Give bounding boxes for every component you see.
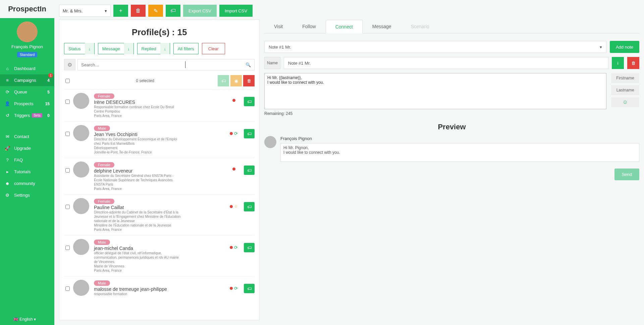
bulk-action-button[interactable]: ◉ <box>230 75 242 86</box>
tag-icon: 🏷 <box>247 99 252 104</box>
profile-tag-button[interactable]: 🏷 <box>244 243 255 252</box>
nav-label: Campaigns <box>14 78 36 83</box>
tag-icon: 🏷 <box>247 245 252 250</box>
tab-visit[interactable]: Visit <box>264 19 292 33</box>
add-note-button[interactable]: Add note <box>610 41 639 53</box>
gender-badge: Female <box>94 162 114 168</box>
user-icon: 👤 <box>5 101 10 106</box>
filter-label: All filters <box>178 46 194 51</box>
send-button[interactable]: Send <box>614 169 639 180</box>
nav-label: FAQ <box>14 157 23 162</box>
profile-avatar <box>73 198 89 214</box>
tab-connect[interactable]: Connect <box>326 20 363 34</box>
profile-checkbox[interactable] <box>65 205 70 209</box>
profile-tag-button[interactable]: 🏷 <box>244 284 255 293</box>
profile-avatar <box>73 161 89 178</box>
language-selector[interactable]: 🇬🇧 English ▾ <box>0 314 54 325</box>
filter-label: Replied <box>142 46 156 51</box>
gender-badge: Male <box>94 280 110 286</box>
profile-tag-button[interactable]: 🏷 <box>244 202 255 211</box>
chevron-down-icon: ▾ <box>105 8 107 13</box>
profile-checkbox[interactable] <box>65 286 70 291</box>
profile-row[interactable]: FemalePauline CaillatDirectrice-adjointe… <box>64 194 255 235</box>
profile-row[interactable]: Malemalosse de tremeuge jean-philipperes… <box>64 276 255 300</box>
nav-triggers[interactable]: ↺TriggersBeta0 <box>0 110 54 121</box>
smile-icon: ☺ <box>623 99 628 105</box>
profile-row[interactable]: Femaledelphine LeveneurAssistante du Sec… <box>64 158 255 194</box>
status-dot-icon <box>232 168 235 171</box>
profile-checkbox[interactable] <box>65 168 70 173</box>
insert-lastname-button[interactable]: Lastname <box>611 85 639 95</box>
star-icon: ☆ <box>234 204 238 209</box>
filter-status[interactable]: Status↓ <box>64 43 95 54</box>
gender-badge: Male <box>94 126 110 131</box>
nav-faq[interactable]: ?FAQ <box>0 154 54 166</box>
select-all-checkbox[interactable] <box>65 79 70 83</box>
import-csv-button[interactable]: Import CSV <box>219 5 253 17</box>
insert-firstname-button[interactable]: Firstname <box>611 73 639 83</box>
nav-community[interactable]: ☻community <box>0 178 54 189</box>
tag-icon: 🏷 <box>247 168 252 173</box>
filter-all[interactable]: All filters <box>173 43 199 54</box>
beta-badge: Beta <box>32 113 42 118</box>
lang-label: English <box>19 317 33 322</box>
search-settings[interactable]: ⚙ <box>64 59 75 70</box>
filter-replied[interactable]: Replied↓ <box>137 43 170 54</box>
nav-label: Upgrade <box>14 146 31 151</box>
clear-button[interactable]: Clear <box>202 43 225 54</box>
search-input[interactable] <box>81 62 246 67</box>
user-avatar <box>17 21 38 42</box>
status-dot-icon <box>230 246 233 249</box>
add-button[interactable]: + <box>113 5 128 17</box>
note-dropdown[interactable]: Note #1 Mr.▾ <box>264 41 606 53</box>
bulk-tag-button[interactable]: 🏷 <box>218 75 229 86</box>
profile-avatar <box>73 239 89 255</box>
note-body-textarea[interactable] <box>264 73 606 109</box>
profile-status <box>224 168 244 171</box>
chevron-down-icon: ↓ <box>85 43 94 54</box>
export-csv-button[interactable]: Export CSV <box>183 5 217 17</box>
profile-description: responsable formation <box>94 292 181 296</box>
profile-checkbox[interactable] <box>65 100 70 104</box>
pencil-icon: ✎ <box>154 8 158 14</box>
tag-icon: 🏷 <box>221 78 226 83</box>
delete-note-button[interactable]: 🗑 <box>627 57 639 69</box>
profile-checkbox[interactable] <box>65 132 70 136</box>
profile-row[interactable]: Malejean-michel Candaofficier délégué de… <box>64 235 255 276</box>
nav-queue[interactable]: ⟳Queue5 <box>0 86 54 98</box>
rocket-icon: 🚀 <box>5 146 10 151</box>
edit-button[interactable]: ✎ <box>148 5 163 17</box>
profile-description: Assistante du Secrétaire Général chez EN… <box>94 174 181 191</box>
nav-tutorials[interactable]: ▸Tutorials <box>0 166 54 178</box>
profile-tag-button[interactable]: 🏷 <box>244 129 255 138</box>
nav-prospects[interactable]: 👤Prospects15 <box>0 98 54 110</box>
profile-tag-button[interactable]: 🏷 <box>244 97 255 106</box>
nav-label: Prospects <box>14 101 34 106</box>
nav-settings[interactable]: ⚙Settings <box>0 189 54 201</box>
campaign-dropdown[interactable]: Mr. & Mrs.▾ <box>59 5 111 17</box>
nav-dashboard[interactable]: ⌂Dashboard <box>0 63 54 74</box>
info-button[interactable]: i <box>612 57 624 69</box>
profile-name: Jean Yves Occhipinti <box>94 132 224 137</box>
nav-contact[interactable]: ✉Contact <box>0 131 54 142</box>
emoji-button[interactable]: ☺ <box>611 97 639 107</box>
filter-message[interactable]: Message↓ <box>98 43 134 54</box>
nav-upgrade[interactable]: 🚀Upgrade <box>0 142 54 154</box>
profile-row[interactable]: FemaleIrène DESECURESResponsable formati… <box>64 89 255 121</box>
profile-row[interactable]: MaleJean Yves OcchipintiDirecteur du Dév… <box>64 121 255 158</box>
profile-description: Directrice-adjointe du Cabinet de la Sec… <box>94 210 181 232</box>
profile-tag-button[interactable]: 🏷 <box>244 166 255 175</box>
delete-button[interactable]: 🗑 <box>131 5 146 17</box>
nav-label: Dashboard <box>14 66 36 71</box>
nav-campaigns[interactable]: ≡Campaigns41 <box>0 74 54 86</box>
tag-button[interactable]: 🏷 <box>166 5 180 17</box>
note-name-input[interactable] <box>284 57 608 69</box>
plus-icon: + <box>119 8 122 14</box>
tab-message[interactable]: Message <box>363 19 401 33</box>
gender-badge: Male <box>94 240 110 245</box>
refresh-icon: ⟳ <box>234 245 238 250</box>
profile-checkbox[interactable] <box>65 246 70 250</box>
bulk-delete-button[interactable]: 🗑 <box>243 75 255 86</box>
trash-icon: 🗑 <box>136 8 141 14</box>
tab-follow[interactable]: Follow <box>292 19 325 33</box>
